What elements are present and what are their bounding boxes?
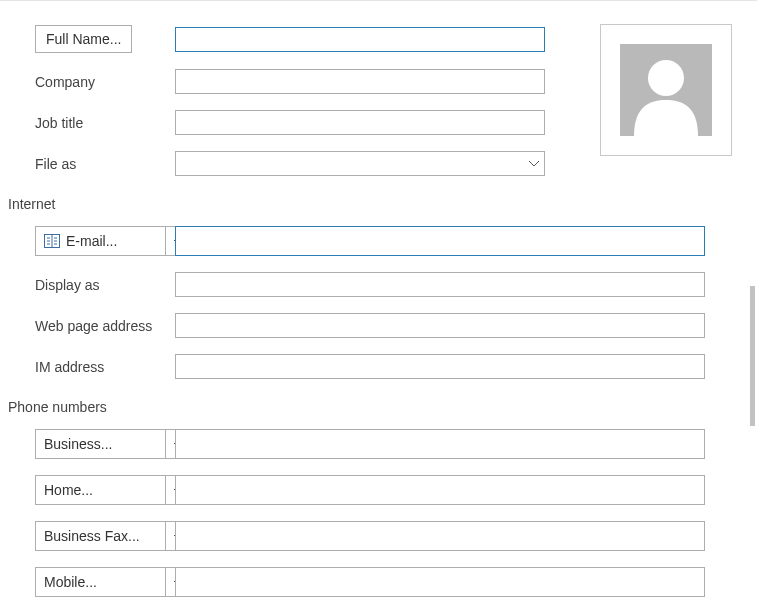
vertical-scrollbar[interactable]	[750, 286, 755, 426]
web-page-label: Web page address	[35, 318, 152, 334]
full-name-input[interactable]	[175, 27, 545, 52]
email-type-button[interactable]: E-mail...	[35, 226, 193, 256]
phone-mobile-input[interactable]	[175, 567, 705, 597]
phone-type-home-button[interactable]: Home...	[35, 475, 193, 505]
display-as-input[interactable]	[175, 272, 705, 297]
svg-point-1	[648, 60, 684, 96]
web-page-input[interactable]	[175, 313, 705, 338]
phone-home-input[interactable]	[175, 475, 705, 505]
job-title-input[interactable]	[175, 110, 545, 135]
phone-type-business-button[interactable]: Business...	[35, 429, 193, 459]
contact-photo-button[interactable]	[600, 24, 732, 156]
phone-business-input[interactable]	[175, 429, 705, 459]
display-as-label: Display as	[35, 277, 100, 293]
email-input[interactable]	[175, 226, 705, 256]
full-name-button[interactable]: Full Name...	[35, 25, 132, 53]
contact-form-panel: Full Name... Company Job title File as	[0, 0, 757, 616]
file-as-select[interactable]	[175, 151, 545, 176]
file-as-label: File as	[35, 156, 76, 172]
phone-businessfax-input[interactable]	[175, 521, 705, 551]
phone-type-label: Mobile...	[44, 574, 97, 590]
phone-type-label: Home...	[44, 482, 93, 498]
im-address-input[interactable]	[175, 354, 705, 379]
job-title-label: Job title	[35, 115, 83, 131]
email-type-label: E-mail...	[66, 233, 117, 249]
im-address-label: IM address	[35, 359, 104, 375]
internet-section-header: Internet	[0, 192, 757, 226]
company-input[interactable]	[175, 69, 545, 94]
company-label: Company	[35, 74, 95, 90]
address-book-icon	[44, 234, 60, 248]
phone-type-label: Business...	[44, 436, 112, 452]
phone-type-mobile-button[interactable]: Mobile...	[35, 567, 193, 597]
phone-type-label: Business Fax...	[44, 528, 140, 544]
avatar-placeholder-icon	[620, 44, 712, 136]
phone-type-businessfax-button[interactable]: Business Fax...	[35, 521, 193, 551]
phone-section-header: Phone numbers	[0, 395, 757, 429]
